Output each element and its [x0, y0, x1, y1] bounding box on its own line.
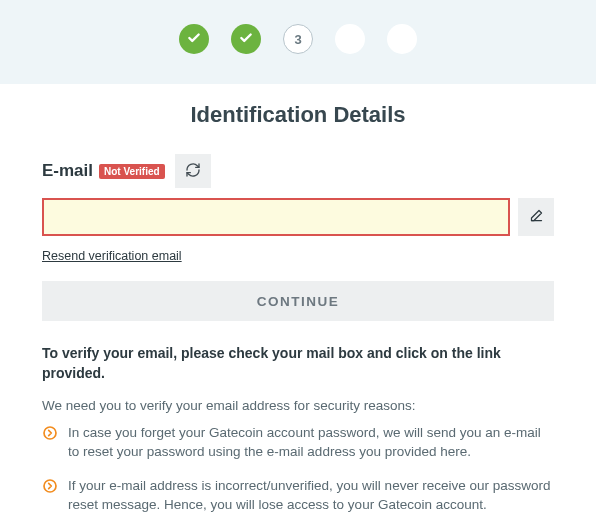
info-list: In case you forget your Gatecoin account… — [42, 423, 554, 515]
edit-button[interactable] — [518, 198, 554, 236]
edit-icon — [529, 208, 544, 226]
list-item: In case you forget your Gatecoin account… — [42, 423, 554, 462]
info-strong: To verify your email, please check your … — [42, 343, 554, 384]
step-2-done — [231, 24, 261, 54]
email-label-row: E-mail Not Verified — [42, 154, 554, 188]
content: Identification Details E-mail Not Verifi… — [0, 102, 596, 532]
step-1-done — [179, 24, 209, 54]
email-label: E-mail — [42, 161, 93, 181]
step-3-current: 3 — [283, 24, 313, 54]
check-icon — [187, 31, 201, 48]
list-item: If your e-mail address is incorrect/unve… — [42, 476, 554, 515]
stepper: 3 — [0, 0, 596, 84]
list-item-text: If your e-mail address is incorrect/unve… — [68, 476, 554, 515]
continue-button[interactable]: CONTINUE — [42, 281, 554, 321]
chevron-right-icon — [42, 425, 58, 441]
check-icon — [239, 31, 253, 48]
page-title: Identification Details — [42, 102, 554, 128]
resend-verification-link[interactable]: Resend verification email — [42, 249, 182, 263]
status-badge: Not Verified — [99, 164, 165, 179]
info-sub: We need you to verify your email address… — [42, 398, 554, 413]
step-4-upcoming — [335, 24, 365, 54]
email-input-row — [42, 198, 554, 236]
svg-point-0 — [44, 427, 56, 439]
step-5-upcoming — [387, 24, 417, 54]
email-field[interactable] — [42, 198, 510, 236]
refresh-button[interactable] — [175, 154, 211, 188]
svg-point-1 — [44, 480, 56, 492]
chevron-right-icon — [42, 478, 58, 494]
step-number: 3 — [294, 32, 301, 47]
refresh-icon — [185, 162, 201, 181]
list-item-text: In case you forget your Gatecoin account… — [68, 423, 554, 462]
